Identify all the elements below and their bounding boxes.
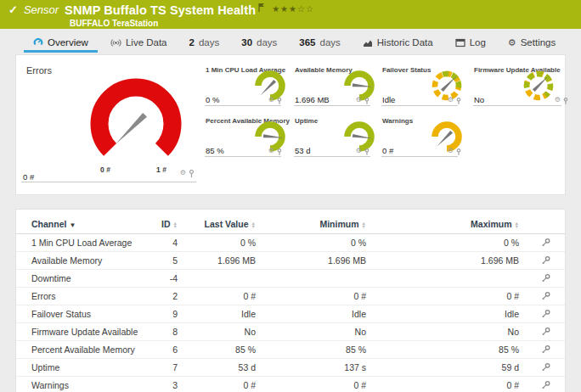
historic-data-icon: [363, 38, 373, 48]
page-title: SNMP Buffalo TS System Health: [65, 3, 256, 17]
tab-historic-data[interactable]: Historic Data: [352, 32, 444, 53]
primary-gauge-title: Errors: [26, 65, 52, 76]
table-row: Downtime -4: [16, 270, 565, 288]
column-header-maximum[interactable]: Maximum▲▼: [373, 215, 526, 234]
gear-icon[interactable]: ⚙: [268, 97, 274, 104]
wrench-icon[interactable]: [541, 274, 550, 284]
channel-last-value: 53 d: [184, 359, 262, 377]
channel-last-value: 0 #: [184, 377, 262, 392]
sort-icon: ▲▼: [251, 221, 256, 228]
channel-id: 4: [150, 234, 184, 252]
channel-last-value: No: [184, 323, 262, 341]
table-row: 1 Min CPU Load Average 4 0 % 0 % 0 %: [16, 234, 565, 252]
gauge-percent-available-memory: Percent Available Memory 85 % ⚙: [205, 113, 294, 164]
priority-stars[interactable]: ★★★☆☆: [272, 4, 314, 14]
tab-overview[interactable]: Overview: [22, 32, 99, 53]
tab-settings[interactable]: ⚙ Settings: [497, 32, 567, 53]
sensor-header: ✓ Sensor SNMP Buffalo TS System Health ★…: [0, 0, 581, 29]
column-header-last-value[interactable]: Last Value▲▼: [184, 215, 262, 234]
column-header-minimum[interactable]: Minimum▲▼: [262, 215, 373, 234]
channel-maximum: Idle: [373, 305, 526, 323]
channel-last-value: 85 %: [184, 341, 262, 359]
channel-minimum: 0 #: [262, 377, 373, 392]
wrench-icon[interactable]: [541, 381, 550, 391]
wrench-icon[interactable]: [541, 238, 550, 249]
flag-icon: [258, 0, 265, 15]
gauge-firmware-update: Firmware Update Available No ⚙: [473, 62, 568, 113]
channel-maximum: 0 %: [373, 234, 526, 252]
channel-minimum: [262, 270, 373, 288]
gear-icon[interactable]: ⚙: [448, 148, 454, 154]
channel-minimum: 0 %: [262, 234, 373, 252]
firmware-update-gauge: [520, 67, 557, 104]
object-kind-label: Sensor: [24, 3, 59, 16]
small-gauges-grid: 1 Min CPU Load Average 0 % ⚙ Available M…: [205, 62, 568, 164]
sort-icon: ▲▼: [515, 221, 519, 228]
pin-icon[interactable]: [277, 92, 282, 108]
column-header-id[interactable]: ID▲▼: [150, 215, 184, 234]
wrench-icon[interactable]: [541, 328, 550, 338]
channel-minimum: 137 s: [262, 359, 373, 377]
channel-name: Errors: [16, 288, 150, 305]
table-row: Failover Status 9 Idle Idle Idle: [16, 305, 565, 323]
gauge-cpu-load: 1 Min CPU Load Average 0 % ⚙: [205, 62, 294, 113]
column-header-channel[interactable]: Channel▼: [16, 215, 150, 234]
channel-name: Failover Status: [16, 305, 150, 323]
channel-last-value: 0 %: [184, 234, 262, 252]
wrench-icon[interactable]: [541, 310, 550, 320]
channel-maximum: 0 #: [373, 288, 526, 305]
primary-gauge-footer: 0 # ⚙: [21, 171, 196, 182]
wrench-icon[interactable]: [541, 363, 550, 373]
channel-name: Downtime: [16, 270, 150, 288]
channel-minimum: No: [262, 323, 373, 341]
wrench-icon[interactable]: [541, 256, 550, 266]
channel-name: Warnings: [16, 377, 150, 392]
gauge-warnings: Warnings 0 # ⚙: [381, 113, 473, 164]
gear-icon[interactable]: ⚙: [448, 97, 454, 104]
pin-icon[interactable]: [456, 143, 461, 159]
pin-icon[interactable]: [364, 92, 369, 108]
channel-id: 3: [150, 377, 184, 392]
tab-2-days[interactable]: 2 days: [178, 32, 231, 53]
channel-minimum: Idle: [262, 305, 373, 323]
primary-gauge-value: 0 #: [23, 172, 34, 182]
pin-icon[interactable]: [456, 92, 461, 108]
log-icon: [455, 38, 465, 48]
pin-icon[interactable]: [189, 165, 195, 181]
tab-live-data[interactable]: Live Data: [99, 32, 178, 53]
channel-last-value: 0 #: [184, 288, 262, 305]
tab-bar: Overview Live Data 2 days 30 days 365 da…: [0, 32, 581, 53]
table-row: Uptime 7 53 d 137 s 59 d: [16, 359, 565, 377]
channel-last-value: Idle: [184, 305, 262, 323]
gear-icon[interactable]: ⚙: [555, 97, 561, 104]
pin-icon[interactable]: [563, 92, 568, 108]
gear-icon[interactable]: ⚙: [268, 148, 274, 154]
channel-maximum: [373, 270, 526, 288]
gear-icon[interactable]: ⚙: [180, 170, 186, 176]
channel-maximum: 0 #: [373, 377, 526, 392]
tab-log[interactable]: Log: [444, 32, 497, 53]
pin-icon[interactable]: [277, 143, 282, 159]
tab-30-days[interactable]: 30 days: [230, 32, 288, 53]
chevron-down-icon: ▼: [69, 221, 76, 229]
channel-id: 5: [150, 252, 184, 270]
channel-last-value: [184, 270, 262, 288]
gear-icon[interactable]: ⚙: [356, 97, 362, 104]
pin-icon[interactable]: [364, 143, 369, 159]
channel-minimum: 85 %: [262, 341, 373, 359]
channel-id: 7: [150, 359, 184, 377]
channel-name: Uptime: [16, 359, 150, 377]
channel-last-value: 1.696 MB: [184, 252, 262, 270]
wrench-icon[interactable]: [541, 345, 550, 356]
channel-name: Firmware Update Available: [16, 323, 150, 341]
live-data-icon: [110, 38, 121, 48]
gear-icon[interactable]: ⚙: [356, 148, 362, 154]
table-header-row: Channel▼ ID▲▼ Last Value▲▼ Minimum▲▼ Max…: [16, 215, 565, 234]
parent-device-label: BUFFALO TeraStation: [70, 19, 574, 28]
channel-id: 6: [150, 341, 184, 359]
wrench-icon[interactable]: [541, 292, 550, 302]
channel-name: Available Memory: [16, 252, 150, 270]
gauge-failover-status: Failover Status Idle ⚙: [381, 62, 473, 113]
tab-365-days[interactable]: 365 days: [288, 32, 351, 53]
gauge-uptime: Uptime 53 d ⚙: [294, 113, 381, 164]
